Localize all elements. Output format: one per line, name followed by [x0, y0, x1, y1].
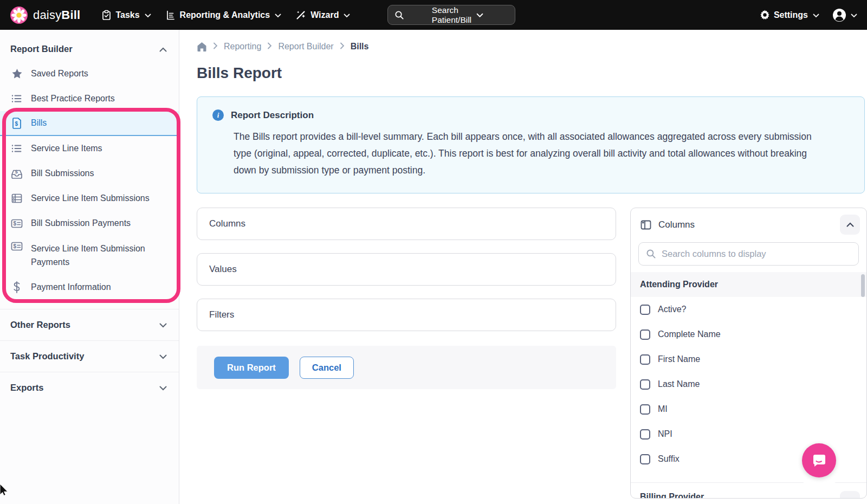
column-option-last-name[interactable]: Last Name [631, 372, 866, 397]
section-label: Report Builder [10, 44, 73, 54]
breadcrumb: Reporting Report Builder Bills [197, 42, 866, 51]
search-icon [394, 10, 426, 20]
breadcrumb-separator-icon [213, 42, 218, 51]
chevron-down-icon [344, 10, 350, 20]
star-icon [11, 68, 23, 79]
daisy-flower-icon [10, 6, 28, 24]
column-option-complete-name[interactable]: Complete Name [631, 322, 866, 347]
breadcrumb-separator-icon [340, 42, 345, 51]
chevron-up-icon [159, 44, 167, 54]
sidebar-item-service-line-item-submission-payments[interactable]: $ Service Line Item Submission Payments [0, 236, 179, 275]
brand-name: daisyBill [33, 8, 80, 22]
cancel-button[interactable]: Cancel [300, 357, 354, 379]
checkbox-unchecked[interactable] [640, 429, 650, 440]
chevron-down-icon [159, 320, 167, 330]
column-option-label: Active? [658, 305, 686, 314]
breadcrumb-link-report-builder[interactable]: Report Builder [278, 42, 333, 51]
sidebar-item-label: Service Line Item Submissions [31, 193, 150, 203]
sidebar-item-service-line-items[interactable]: Service Line Items [0, 136, 179, 161]
chevron-down-icon [275, 10, 281, 20]
report-description-heading: Report Description [231, 110, 314, 121]
columns-search-input[interactable] [662, 249, 851, 259]
checkbox-unchecked[interactable] [640, 329, 650, 340]
daisybill-logo[interactable]: daisyBill [10, 6, 80, 24]
checkbox-unchecked[interactable] [640, 305, 650, 315]
main-content: Reporting Report Builder Bills Bills Rep… [179, 30, 867, 504]
list-icon [11, 144, 23, 153]
column-option-label: Suffix [658, 454, 680, 464]
sidebar-section-report-builder[interactable]: Report Builder [0, 36, 179, 61]
report-description-box: i Report Description The Bills report pr… [197, 96, 865, 193]
page-title: Bills Report [197, 64, 866, 82]
scrollbar-thumb[interactable] [861, 274, 865, 297]
sidebar-item-best-practice-reports[interactable]: Best Practice Reports [0, 86, 179, 111]
columns-card-title: Columns [658, 219, 833, 230]
sidebar-item-payment-information[interactable]: Payment Information [0, 275, 179, 300]
collapse-group-button[interactable] [840, 491, 860, 499]
sidebar-item-bill-submissions[interactable]: $ Bill Submissions [0, 161, 179, 186]
home-icon[interactable] [197, 42, 207, 51]
nav-menu-tasks[interactable]: Tasks [101, 10, 151, 21]
column-option-first-name[interactable]: First Name [631, 347, 866, 372]
sidebar-item-bills[interactable]: $ Bills [0, 111, 179, 136]
column-option-label: NPI [658, 429, 672, 439]
form-actions: Run Report Cancel [197, 346, 616, 389]
sidebar-section-exports[interactable]: Exports [0, 372, 179, 403]
column-option-active[interactable]: Active? [631, 297, 866, 322]
dollar-icon [11, 281, 23, 293]
column-option-label: MI [658, 404, 668, 414]
table-icon [11, 193, 23, 203]
section-label: Exports [10, 383, 43, 393]
column-option-mi[interactable]: MI [631, 397, 866, 422]
search-patient-bill-button[interactable]: Search Patient/Bill [387, 5, 515, 25]
chat-bubble-icon [811, 453, 827, 469]
sidebar-item-label: Saved Reports [31, 69, 88, 79]
columns-panel-toggle[interactable]: Columns [197, 208, 616, 240]
section-label: Other Reports [10, 320, 70, 330]
sidebar-item-service-line-item-submissions[interactable]: Service Line Item Submissions [0, 186, 179, 211]
nav-menu-wizard[interactable]: Wizard [295, 10, 350, 21]
info-icon: i [212, 109, 224, 121]
chat-launcher-button[interactable] [802, 443, 836, 477]
checkbox-unchecked[interactable] [640, 354, 650, 365]
inbox-dollar-icon: $ [11, 168, 23, 179]
chevron-down-icon [145, 10, 151, 20]
filters-panel-toggle[interactable]: Filters [197, 299, 616, 331]
chevron-down-icon [159, 351, 167, 361]
settings-menu[interactable]: Settings [760, 10, 819, 20]
gear-icon [760, 10, 770, 20]
chevron-down-icon [813, 10, 819, 20]
checkbox-unchecked[interactable] [640, 379, 650, 390]
run-report-button[interactable]: Run Report [214, 357, 289, 379]
sidebar-item-bill-submission-payments[interactable]: $ Bill Submission Payments [0, 211, 179, 236]
report-builder-sidebar: Report Builder Saved Reports Best Practi… [0, 30, 179, 504]
svg-text:$: $ [14, 221, 17, 227]
user-avatar-icon [832, 8, 846, 22]
panel-label: Columns [209, 218, 245, 229]
breadcrumb-current-bills: Bills [351, 42, 369, 51]
breadcrumb-link-reporting[interactable]: Reporting [224, 42, 261, 51]
table-columns-icon [640, 220, 651, 230]
values-panel-toggle[interactable]: Values [197, 253, 616, 286]
section-label: Task Productivity [10, 351, 84, 361]
sidebar-item-label: Bill Submissions [31, 169, 94, 178]
sidebar-item-label: Service Line Item Submission Payments [31, 242, 161, 269]
analytics-chart-icon [165, 10, 176, 21]
checkbox-unchecked[interactable] [640, 404, 650, 415]
user-account-menu[interactable] [832, 8, 857, 22]
column-option-label: Complete Name [658, 329, 721, 339]
sidebar-item-label: Best Practice Reports [31, 94, 115, 104]
collapse-columns-button[interactable] [840, 215, 860, 235]
magic-wand-icon [295, 10, 307, 21]
panel-label: Filters [209, 309, 234, 320]
sidebar-section-other-reports[interactable]: Other Reports [0, 309, 179, 340]
sidebar-item-saved-reports[interactable]: Saved Reports [0, 61, 179, 86]
sidebar-section-task-productivity[interactable]: Task Productivity [0, 340, 179, 372]
chevron-down-icon [851, 10, 857, 20]
columns-search-box [638, 242, 859, 266]
clipboard-check-icon [101, 10, 112, 21]
column-option-label: First Name [658, 354, 700, 364]
column-option-label: Last Name [658, 379, 700, 389]
nav-menu-reporting-analytics[interactable]: Reporting & Analytics [165, 10, 282, 21]
checkbox-unchecked[interactable] [640, 454, 650, 464]
